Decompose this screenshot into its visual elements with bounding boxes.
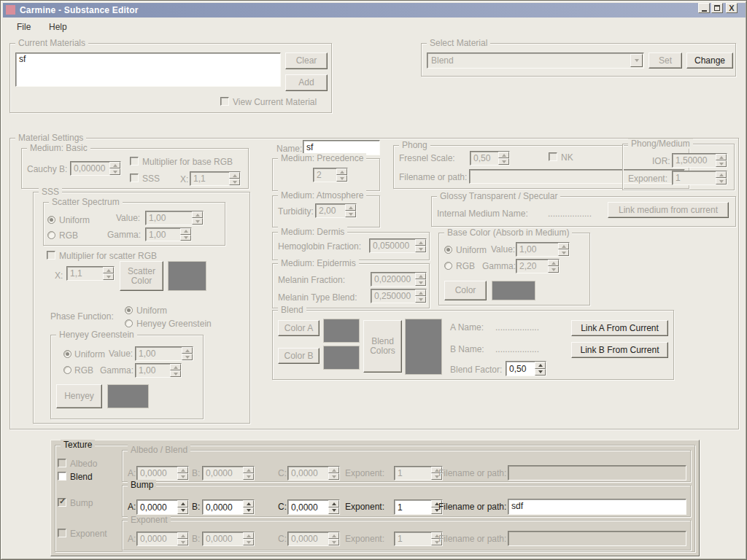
list-item[interactable]: sf [19,54,277,64]
scatter-gamma[interactable]: 1,00 [149,230,179,240]
spinner-arrows[interactable] [415,289,426,303]
blend-factor-spinner[interactable]: 0,50 [506,361,546,376]
hemoglobin-value[interactable]: 0,050000 [373,241,414,251]
row3-filename-field[interactable] [508,531,686,546]
melanin-fraction-spinner[interactable]: 0,020000 [371,272,427,287]
sss-checkbox[interactable] [130,174,139,182]
row1-c-spinner[interactable]: 0,0000 [287,466,340,481]
spinner-down-icon[interactable] [180,235,191,241]
spinner-up-icon[interactable] [109,162,120,168]
spinner-up-icon[interactable] [243,500,254,508]
exponent-checkbox[interactable] [58,529,66,537]
spinner-down-icon[interactable] [243,539,254,545]
ior-spinner[interactable]: 1,50000 [672,153,727,168]
hg-uniform-radio[interactable] [63,350,71,358]
spinner-arrows[interactable] [328,467,339,480]
link-a-button[interactable]: Link A From Current [571,320,668,336]
blend-factor-value[interactable]: 0,50 [509,364,534,374]
hg-gamma-spinner[interactable]: 1,00 [135,363,182,378]
spinner-up-icon[interactable] [716,171,727,178]
spinner-up-icon[interactable] [548,260,559,266]
bump-checkbox[interactable] [58,498,66,507]
row2-b-value[interactable]: 0,0000 [206,502,242,513]
spinner-arrows[interactable] [177,500,188,514]
scatter-uniform-radio[interactable] [47,216,55,224]
hg-value[interactable]: 1,00 [139,349,181,359]
row3-b-spinner[interactable]: 0,0000 [202,532,255,546]
spinner-down-icon[interactable] [177,473,188,480]
albedo-checkbox[interactable] [58,459,66,467]
basic-x-value[interactable]: 1,1 [193,174,228,184]
spinner-arrows[interactable] [243,500,254,514]
spinner-arrows[interactable] [548,260,559,273]
spinner-arrows[interactable] [192,211,203,225]
spinner-up-icon[interactable] [415,239,426,246]
sss-x-spinner[interactable]: 1,1 [66,266,115,281]
spinner-up-icon[interactable] [336,168,347,175]
row2-b-spinner[interactable]: 0,0000 [202,499,255,515]
row2-a-spinner[interactable]: 0,0000 [136,499,189,515]
scatter-value-spinner[interactable]: 1,00 [145,211,204,225]
spinner-down-icon[interactable] [345,211,356,217]
cauchy-b-value[interactable]: 0,00000 [74,163,109,174]
spinner-down-icon[interactable] [177,539,188,545]
spinner-up-icon[interactable] [170,364,181,370]
cauchy-b-spinner[interactable]: 0,00000 [70,161,121,176]
base-rgb-radio[interactable] [444,262,452,270]
spinner-down-icon[interactable] [415,296,426,303]
spinner-up-icon[interactable] [415,273,426,279]
spinner-down-icon[interactable] [109,168,120,175]
row1-a-spinner[interactable]: 0,0000 [136,466,189,481]
fresnel-scale-value[interactable]: 0,50 [473,153,498,163]
row3-a-spinner[interactable]: 0,0000 [136,532,189,546]
henyey-button[interactable]: Henyey [56,384,102,408]
scatter-color-button[interactable]: Scatter Color [120,261,163,291]
spinner-up-icon[interactable] [103,267,114,273]
spinner-up-icon[interactable] [498,152,509,158]
multiplier-base-rgb-checkbox[interactable] [130,157,139,166]
menu-help[interactable]: Help [49,22,67,32]
base-value-spinner[interactable]: 1,00 [516,242,570,257]
row1-filename-field[interactable] [508,465,686,481]
spinner-down-icon[interactable] [716,160,727,167]
spinner-up-icon[interactable] [229,172,240,179]
spinner-down-icon[interactable] [182,354,193,360]
blend-checkbox[interactable] [58,472,66,481]
spinner-up-icon[interactable] [177,532,188,539]
spinner-down-icon[interactable] [103,273,114,280]
spinner-arrows[interactable] [177,532,188,545]
spinner-arrows[interactable] [336,168,347,182]
scatter-rgb-radio[interactable] [47,231,55,239]
sss-x-value[interactable]: 1,1 [70,268,102,279]
row3-b-value[interactable]: 0,0000 [206,534,242,544]
spinner-down-icon[interactable] [415,246,426,252]
combobox-dropdown-button[interactable] [630,54,643,67]
turbidity-value[interactable]: 2,00 [319,206,344,216]
spinner-arrows[interactable] [716,171,727,184]
row1-c-value[interactable]: 0,0000 [291,468,328,478]
base-value[interactable]: 1,00 [519,244,557,254]
spinner-down-icon[interactable] [328,508,339,515]
precedence-spinner[interactable]: 2 [313,168,348,182]
hemoglobin-spinner[interactable]: 0,050000 [369,238,427,253]
spinner-up-icon[interactable] [328,467,339,473]
row2-filename-field[interactable]: sdf [508,499,686,515]
row2-c-value[interactable]: 0,0000 [291,502,328,513]
spinner-up-icon[interactable] [177,467,188,473]
spinner-down-icon[interactable] [243,473,254,480]
spinner-up-icon[interactable] [415,289,426,296]
spinner-down-icon[interactable] [535,369,546,376]
hg-gamma[interactable]: 1,00 [139,365,169,376]
base-color-button[interactable]: Color [444,281,487,300]
menu-file[interactable]: File [17,22,31,32]
color-a-button[interactable]: Color A [278,320,320,336]
spinner-down-icon[interactable] [498,158,509,165]
ior-value[interactable]: 1,50000 [676,155,715,166]
base-uniform-radio[interactable] [444,246,452,254]
phase-uniform-radio[interactable] [125,306,133,314]
spinner-arrows[interactable] [182,347,193,360]
link-b-button[interactable]: Link B From Current [571,342,668,358]
spinner-down-icon[interactable] [558,249,569,256]
hg-value-spinner[interactable]: 1,00 [135,346,193,361]
spinner-down-icon[interactable] [328,473,339,480]
